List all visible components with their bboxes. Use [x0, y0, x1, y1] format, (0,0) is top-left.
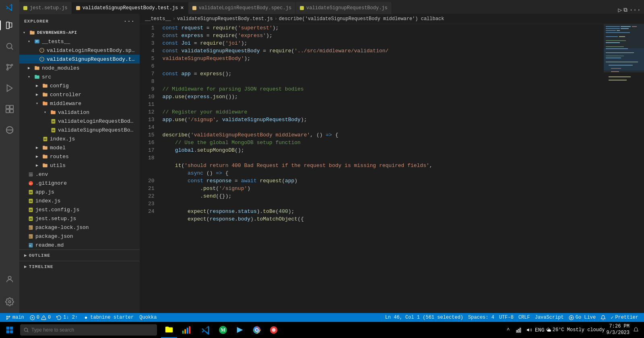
more-actions-icon[interactable]: ··· — [629, 6, 641, 14]
status-sync[interactable]: 1↓ 2↑ — [54, 313, 80, 322]
activity-extensions[interactable] — [0, 99, 19, 119]
code-editor[interactable]: const request = require('supertest'); co… — [159, 24, 604, 313]
warning-icon — [41, 315, 46, 320]
graph-icon — [182, 326, 190, 334]
split-editor-icon[interactable]: ⧉ — [623, 7, 627, 13]
taskbar-blue-arrow-icon[interactable] — [232, 322, 248, 338]
tab-validate-signup-test[interactable]: validateSignupRequestBody.test.js × — [72, 2, 188, 14]
tree-tests-folder[interactable]: ▾ __tests__ — [19, 37, 140, 46]
line-numbers: 1 2 3 4 5 6 7 8 9 10 11 12 13 14 15 16 1 — [140, 24, 159, 313]
taskbar-volume-icon[interactable] — [524, 325, 534, 335]
taskbar-weather[interactable]: 🌥 26°C Mostly cloudy — [546, 327, 605, 333]
ln22: 22 — [148, 192, 155, 200]
taskbar-search-input[interactable] — [31, 327, 154, 333]
tree-indexjs-file[interactable]: JS index.js — [19, 196, 140, 205]
status-position[interactable]: Ln 46, Col 1 (561 selected) — [383, 313, 466, 322]
timeline-label: TIMELINE — [29, 264, 54, 269]
tree-icon-nodemodules — [34, 65, 40, 71]
svg-line-85 — [27, 331, 29, 332]
code-line-15: // Use the global MongoDB setup function — [163, 139, 604, 146]
tree-validatesignup-test[interactable]: ! validateSignupRequestBody.tes... — [19, 55, 140, 64]
activity-bar — [0, 14, 19, 313]
status-errors[interactable]: 0 0 — [27, 313, 53, 322]
tab-validate-login-spec[interactable]: validateLoginRequestBody.spec.js — [188, 2, 296, 14]
status-git-branch[interactable]: main — [3, 313, 27, 322]
taskbar-vscode-icon[interactable] — [198, 322, 214, 338]
activity-search[interactable] — [0, 37, 19, 56]
tree-packagelock-file[interactable]: {} package-lock.json — [19, 223, 140, 232]
taskbar-right: ^ ENG 🌥 26°C Mostly cloudy 7:26 PM 9/3/2… — [504, 324, 642, 336]
sidebar-more-icon[interactable]: ··· — [124, 18, 135, 25]
tree-gitignore-file[interactable]: git .gitignore — [19, 179, 140, 188]
taskbar-icon-graph[interactable] — [178, 322, 194, 338]
tree-validatesignup-js[interactable]: JS validateSignupRequestBody.js — [19, 126, 140, 134]
tree-controller-folder[interactable]: ▶ controller — [19, 90, 140, 99]
tree-packagejson-file[interactable]: {} package.json — [19, 232, 140, 241]
breadcrumb-sep1: › — [173, 16, 175, 22]
taskbar-icon-explorer[interactable] — [161, 322, 177, 338]
tree-appjs-file[interactable]: JS app.js — [19, 188, 140, 196]
taskbar-chevron-up-icon[interactable]: ^ — [504, 325, 513, 335]
taskbar-start-button[interactable] — [2, 322, 18, 338]
taskbar-time[interactable]: 7:26 PM 9/3/2023 — [606, 324, 630, 336]
status-language[interactable]: JavaScript — [533, 313, 566, 322]
tree-middleware-folder[interactable]: ▾ middleware — [19, 99, 140, 108]
tree-readme-file[interactable]: MD readme.md — [19, 241, 140, 249]
status-encoding[interactable]: UTF-8 — [497, 313, 516, 322]
tab-close-validate-signup-test[interactable]: × — [180, 5, 184, 11]
status-tabnine[interactable]: tabnine starter — [81, 313, 136, 322]
tree-label-nodemodules: node_modules — [42, 65, 136, 71]
tree-nodemodules-folder[interactable]: ▶ node_modules — [19, 64, 140, 72]
tree-validatelogin-js[interactable]: JS validateLoginRequestBody.js — [19, 117, 140, 126]
tree-routes-folder[interactable]: ▶ routes — [19, 152, 140, 161]
status-bar: main 0 0 1↓ 2↑ tabnine starter Quokka — [0, 313, 644, 322]
taskbar-search-box[interactable] — [20, 324, 157, 336]
tree-validatelogin-spec[interactable]: ! validateLoginRequestBody.spec.js — [19, 46, 140, 55]
activity-settings[interactable] — [0, 292, 19, 311]
activity-git[interactable] — [0, 58, 19, 77]
tree-arrow-utils: ▶ — [34, 162, 40, 169]
status-line-ending[interactable]: CRLF — [516, 313, 533, 322]
taskbar-keyboard-icon[interactable]: ENG — [535, 325, 545, 335]
tree-env-file[interactable]: .env .env — [19, 170, 140, 179]
tree-arrow-nodemodules: ▶ — [26, 65, 32, 71]
code-line-17 — [163, 154, 604, 162]
git-branch-icon — [6, 315, 11, 320]
sidebar-outline-section[interactable]: ▶ OUTLINE — [19, 249, 140, 261]
tree-utils-folder[interactable]: ▶ utils — [19, 161, 140, 170]
status-spaces[interactable]: Spaces: 4 — [466, 313, 497, 322]
taskbar-mongodb-icon[interactable]: M — [215, 322, 231, 338]
tab-validate-signup-js[interactable]: validateSignupRequestBody.js — [296, 2, 392, 14]
tree-jestconfig-file[interactable]: JS jest.config.js — [19, 205, 140, 214]
tree-jestsetup-file[interactable]: JS jest.setup.js — [19, 214, 140, 223]
taskbar-red-app-icon[interactable] — [266, 322, 282, 338]
status-golive[interactable]: Go Live — [566, 313, 598, 322]
tab-jest-setup[interactable]: jest.setup.js — [19, 2, 72, 14]
status-prettier[interactable]: ✓ Prettier — [608, 313, 641, 322]
activity-debug[interactable] — [0, 78, 19, 98]
taskbar-notification-icon[interactable] — [631, 325, 641, 335]
activity-accounts[interactable] — [0, 270, 19, 289]
run-icon[interactable]: ▷ — [618, 6, 622, 14]
taskbar-chrome-icon[interactable] — [249, 322, 265, 338]
activity-explorer[interactable] — [0, 16, 19, 35]
tree-validation-folder[interactable]: ▾ validation — [19, 108, 140, 117]
tree-config-folder[interactable]: ▶ config — [19, 81, 140, 90]
status-bell[interactable] — [598, 313, 608, 322]
svg-marker-79 — [571, 317, 572, 318]
sidebar-timeline-section[interactable]: ▶ TIMELINE — [19, 261, 140, 272]
activity-remote[interactable] — [0, 120, 19, 140]
svg-point-78 — [569, 315, 574, 320]
tree-middleware-index-js[interactable]: JS index.js — [19, 134, 140, 143]
tree-icon-env-file: .env — [27, 171, 34, 177]
sidebar-header: EXPLORER ··· — [19, 14, 140, 28]
tree-icon-tests — [34, 38, 40, 45]
taskbar-network-icon[interactable] — [514, 325, 524, 335]
status-quokka[interactable]: Quokka — [137, 313, 159, 322]
code-line-11: // Register your middleware — [163, 108, 604, 116]
tree-root[interactable]: ▾ DEVBREWERS-API — [19, 28, 140, 37]
taskbar-middle-apps: M — [198, 322, 282, 338]
tab-icon-validate-login-spec — [192, 6, 196, 10]
tree-model-folder[interactable]: ▶ model — [19, 143, 140, 152]
tree-src-folder[interactable]: ▾ src — [19, 72, 140, 81]
